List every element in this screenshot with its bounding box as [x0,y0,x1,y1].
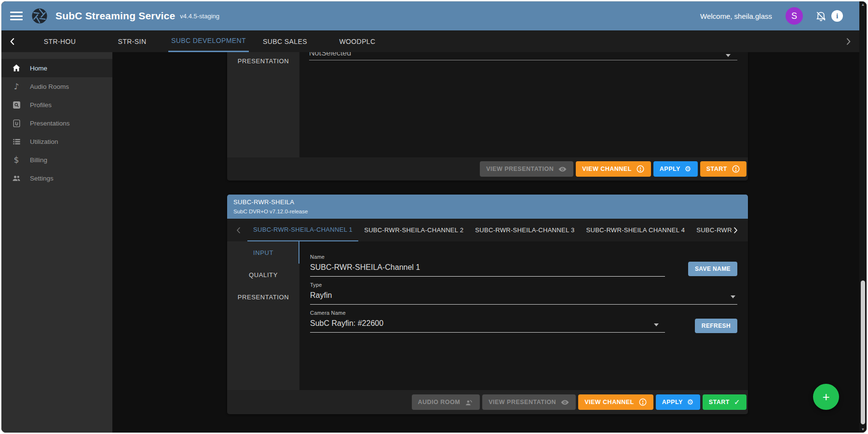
channel-tab-5[interactable]: SUBC-RWR-S [691,219,732,241]
apply-button[interactable]: APPLY ⚙ [653,161,698,177]
app-title: SubC Streaming Service [55,10,175,22]
attachment-icon [11,118,22,128]
screen: SubC Streaming Service v4.4.5-staging We… [1,1,867,433]
channel-tab-4[interactable]: SUBC-RWR-SHEILA CHANNEL 4 [580,219,691,241]
info-icon[interactable]: i [829,8,845,24]
scroll-down-arrow-icon[interactable]: ▼ [859,427,867,432]
org-tab-subc-sales[interactable]: SUBC SALES [249,30,321,52]
sidebar: Home ♪ Audio Rooms Profiles [1,52,112,433]
channel-tabs: SUBC-RWR-SHEILA-CHANNEL 1 SUBC-RWR-SHEIL… [247,219,732,241]
application-window: SubC Streaming Service v4.4.5-staging We… [0,0,868,434]
welcome-text: Welcome, sheila.glass [700,12,772,20]
gear-icon: ⚙ [687,399,694,406]
exclamation-circle-icon [636,165,645,173]
sidebar-item-label: Home [30,65,47,72]
channel-tab-bar: SUBC-RWR-SHEILA-CHANNEL 1 SUBC-RWR-SHEIL… [227,219,748,241]
tab-quality[interactable]: QUALITY [227,264,299,286]
scrollbar-thumb[interactable] [861,280,865,424]
org-tab-woodplc[interactable]: WOODPLC [321,30,393,52]
music-note-icon: ♪ [11,81,22,92]
sidebar-item-billing[interactable]: $ Billing [1,151,112,169]
record-voice-over-icon [464,398,474,407]
dollar-icon: $ [11,154,22,165]
apply-button[interactable]: APPLY ⚙ [656,394,700,410]
channel-side-tabs: INPUT QUALITY PRESENTATION [227,241,299,390]
plus-icon: + [822,390,829,405]
tab-input[interactable]: INPUT [227,241,299,264]
eye-icon [558,165,567,174]
presentation-select-value[interactable]: NotSelected [309,52,351,57]
view-channel-button[interactable]: VIEW CHANNEL [576,161,651,177]
exclamation-circle-icon [732,165,740,173]
sidebar-item-profiles[interactable]: Profiles [1,96,112,114]
image-search-icon [11,99,22,110]
tabs-scroll-right-icon[interactable] [843,30,853,52]
card1-action-bar: VIEW PRESENTATION VIEW CHANNEL APPLY ⚙ S… [227,157,748,181]
user-avatar[interactable]: S [786,7,803,25]
sidebar-item-settings[interactable]: Settings [1,169,112,187]
sidebar-item-audio-rooms[interactable]: ♪ Audio Rooms [1,77,112,96]
audio-room-button: AUDIO ROOM [412,394,480,410]
view-channel-button[interactable]: VIEW CHANNEL [578,394,653,410]
app-version: v4.4.5-staging [180,13,219,20]
sidebar-item-utilization[interactable]: Utilization [1,132,112,151]
scroll-up-arrow-icon[interactable]: ▲ [859,2,867,7]
exclamation-circle-icon [638,398,647,406]
org-tab-str-sin[interactable]: STR-SIN [96,30,168,52]
channel-tab-2[interactable]: SUBC-RWR-SHEILA-CHANNEL 2 [358,219,469,241]
dvr-card: SUBC-RWR-SHEILA SubC DVR+O v7.12.0-relea… [227,195,748,414]
dvr-name: SUBC-RWR-SHEILA [233,198,742,206]
add-button[interactable]: + [813,384,839,410]
channel-scroll-left-icon[interactable] [233,219,244,241]
sidebar-item-label: Audio Rooms [30,83,69,90]
start-button[interactable]: START [700,161,746,177]
card1-content: NotSelected [299,52,748,157]
eye-icon [560,398,570,407]
refresh-button[interactable]: REFRESH [695,319,737,333]
vertical-scrollbar[interactable]: ▲ ▼ [859,1,867,433]
list-icon [11,136,22,147]
start-button[interactable]: START ✓ [703,394,746,410]
tabs-scroll-left-icon[interactable] [1,30,24,52]
org-tab-bar: STR-HOU STR-SIN SUBC DEVELOPMENT SUBC SA… [1,30,867,52]
sidebar-item-presentations[interactable]: Presentations [1,114,112,132]
dropdown-caret-icon[interactable] [726,54,731,57]
input-form: Name SUBC-RWR-SHEILA-Channel 1 SAVE NAME… [299,241,748,390]
type-field: Type Rayfin [310,282,737,305]
type-select[interactable]: Rayfin [310,291,737,304]
sidebar-item-label: Presentations [30,120,70,127]
sidebar-item-home[interactable]: Home [1,59,112,77]
sidebar-item-label: Billing [30,156,47,164]
dvr-version: SubC DVR+O v7.12.0-release [233,209,742,214]
org-tab-str-hou[interactable]: STR-HOU [24,30,96,52]
menu-icon[interactable] [10,12,23,20]
home-icon [11,63,22,73]
subc-aperture-logo-icon [31,8,48,24]
dropdown-caret-icon[interactable] [654,323,659,326]
check-icon: ✓ [734,399,740,406]
view-presentation-button: VIEW PRESENTATION [480,161,573,177]
dropdown-caret-icon[interactable] [731,295,735,298]
sidebar-item-label: Utilization [30,138,58,145]
channel-tab-1[interactable]: SUBC-RWR-SHEILA-CHANNEL 1 [247,219,358,241]
channel-card-partial: PRESENTATION NotSelected VIEW PRESENTATI… [227,52,748,181]
gear-icon: ⚙ [685,166,692,173]
info-letter: i [831,10,843,22]
channel-scroll-right-icon[interactable] [730,219,741,241]
camera-name-field: Camera Name SubC Rayfin: #22600 REFRESH [310,310,737,333]
name-input[interactable]: SUBC-RWR-SHEILA-Channel 1 [310,263,665,276]
view-presentation-button: VIEW PRESENTATION [482,394,576,410]
camera-name-label: Camera Name [310,310,737,316]
card1-tab-presentation[interactable]: PRESENTATION [227,52,299,70]
notifications-off-icon[interactable] [813,8,829,24]
card2-action-bar: AUDIO ROOM VIEW PRESENTATION VIEW CHANNE… [227,390,748,414]
channel-tab-3[interactable]: SUBC-RWR-SHEILA-CHANNEL 3 [469,219,580,241]
presentation-select-underline [309,60,737,60]
org-tab-subc-development[interactable]: SUBC DEVELOPMENT [168,30,249,52]
name-label: Name [310,254,737,260]
people-icon [11,173,22,183]
channel-panel: INPUT QUALITY PRESENTATION Name SUBC-RWR… [227,241,748,390]
camera-name-select[interactable]: SubC Rayfin: #22600 [310,319,665,332]
tab-presentation[interactable]: PRESENTATION [227,286,299,308]
save-name-button[interactable]: SAVE NAME [688,262,737,276]
